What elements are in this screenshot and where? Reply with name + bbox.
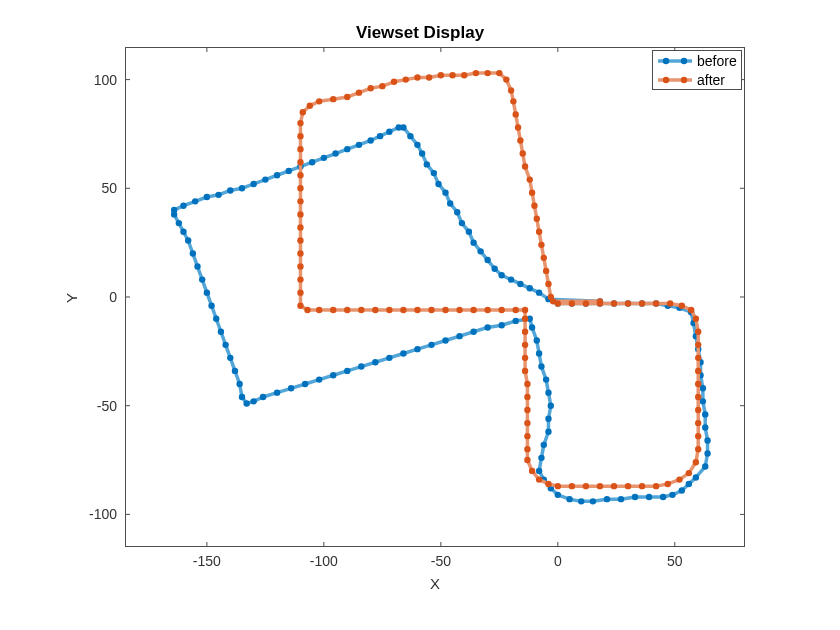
- series-before-marker: [590, 498, 596, 504]
- series-after-marker: [297, 263, 303, 269]
- series-before-marker: [344, 146, 350, 152]
- series-after-marker: [297, 133, 303, 139]
- legend: beforeafter: [652, 50, 742, 90]
- series-before-marker: [470, 329, 476, 335]
- series-before-marker: [545, 389, 551, 395]
- svg-point-21: [663, 57, 669, 63]
- series-after-marker: [625, 483, 631, 489]
- series-after-marker: [695, 394, 701, 400]
- series-after-marker: [522, 316, 528, 322]
- series-after-marker: [510, 98, 516, 104]
- series-after-marker: [524, 407, 530, 413]
- series-before-marker: [536, 289, 542, 295]
- series-before-marker: [618, 496, 624, 502]
- series-before-marker: [435, 181, 441, 187]
- series-after-marker: [527, 176, 533, 182]
- plot-canvas: [0, 0, 840, 630]
- series-before-marker: [604, 496, 610, 502]
- legend-swatch-icon: [657, 73, 693, 87]
- series-before-marker: [213, 316, 219, 322]
- series-before-marker: [190, 250, 196, 256]
- series-before-marker: [386, 129, 392, 135]
- svg-point-22: [681, 57, 687, 63]
- series-after-marker: [344, 94, 350, 100]
- series-before-marker: [185, 237, 191, 243]
- series-before-marker: [693, 474, 699, 480]
- series-before-marker: [536, 350, 542, 356]
- series-after-marker: [449, 72, 455, 78]
- series-before-marker: [513, 318, 519, 324]
- series-after-marker: [297, 120, 303, 126]
- series-after-marker: [686, 470, 692, 476]
- series-before-marker: [538, 363, 544, 369]
- series-before-marker: [274, 172, 280, 178]
- series-before-marker: [442, 337, 448, 343]
- series-before-marker: [704, 450, 710, 456]
- series-after-marker: [344, 307, 350, 313]
- series-after-marker: [442, 307, 448, 313]
- series-after-marker: [653, 483, 659, 489]
- series-before-marker: [424, 161, 430, 167]
- series-before-marker: [176, 220, 182, 226]
- series-after-marker: [297, 289, 303, 295]
- series-after-marker: [534, 216, 540, 222]
- series-before-marker: [498, 322, 504, 328]
- series-after-marker: [695, 381, 701, 387]
- series-after-marker: [297, 146, 303, 152]
- series-before-marker: [274, 389, 280, 395]
- series-before-marker: [288, 385, 294, 391]
- series-before-marker: [548, 402, 554, 408]
- series-before-marker: [400, 124, 406, 130]
- series-after-marker: [372, 307, 378, 313]
- series-after-marker: [522, 368, 528, 374]
- series-before-marker: [679, 487, 685, 493]
- legend-label: before: [697, 53, 737, 69]
- series-before-marker: [447, 200, 453, 206]
- series-after-marker: [695, 329, 701, 335]
- series-after-marker: [524, 394, 530, 400]
- series-after-marker: [379, 83, 385, 89]
- series-after-marker: [513, 307, 519, 313]
- series-before-marker: [632, 494, 638, 500]
- series-before-marker: [239, 185, 245, 191]
- series-after-marker: [583, 300, 589, 306]
- series-after-marker: [484, 307, 490, 313]
- series-before-marker: [578, 498, 584, 504]
- series-after-marker: [538, 242, 544, 248]
- series-before-marker: [199, 276, 205, 282]
- series-before-marker: [517, 281, 523, 287]
- series-before-marker: [250, 181, 256, 187]
- series-after-marker: [693, 316, 699, 322]
- series-after-marker: [414, 74, 420, 80]
- series-after-marker: [695, 446, 701, 452]
- series-after-marker: [611, 483, 617, 489]
- series-before-marker: [180, 202, 186, 208]
- series-after-marker: [524, 446, 530, 452]
- series-before-marker: [414, 346, 420, 352]
- series-after-marker: [695, 420, 701, 426]
- series-after-marker: [550, 298, 556, 304]
- series-after-marker: [529, 468, 535, 474]
- series-before-marker: [192, 198, 198, 204]
- series-before-marker: [456, 333, 462, 339]
- series-after-marker: [391, 79, 397, 85]
- series-before-marker: [204, 194, 210, 200]
- series-after-marker: [428, 307, 434, 313]
- series-after-marker: [470, 307, 476, 313]
- series-after-marker: [517, 137, 523, 143]
- series-before-marker: [356, 142, 362, 148]
- series-after-marker: [304, 307, 310, 313]
- series-after-marker: [297, 302, 303, 308]
- series-before-marker: [204, 289, 210, 295]
- series-after-marker: [484, 70, 490, 76]
- series-after-marker: [414, 307, 420, 313]
- series-before-marker: [491, 266, 497, 272]
- series-after-marker: [330, 96, 336, 102]
- series-before-marker: [459, 220, 465, 226]
- series-before-marker: [704, 437, 710, 443]
- series-before-marker: [536, 468, 542, 474]
- series-after-marker: [297, 250, 303, 256]
- series-before-marker: [442, 189, 448, 195]
- series-before-marker: [700, 398, 706, 404]
- series-before-marker: [358, 363, 364, 369]
